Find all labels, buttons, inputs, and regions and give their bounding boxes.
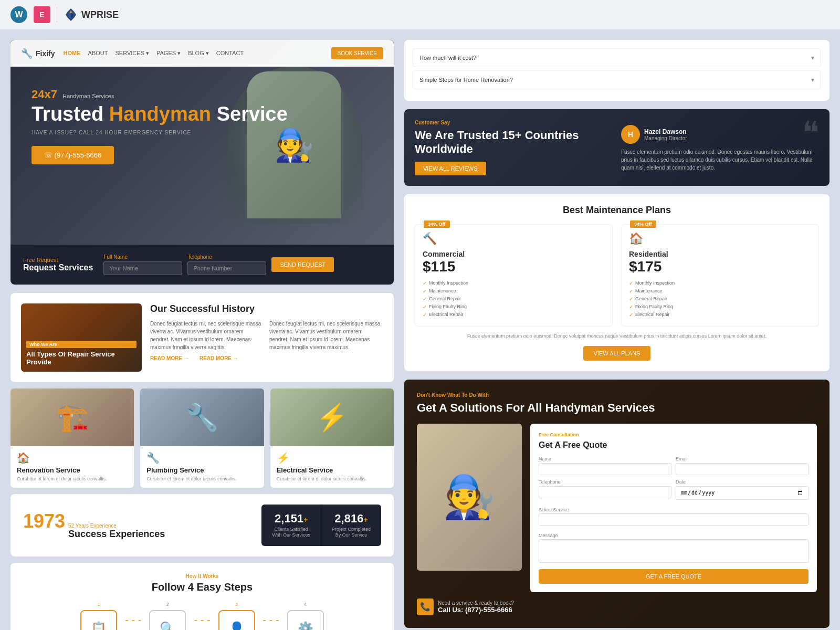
read-more-link-2[interactable]: READ MORE → — [200, 355, 238, 361]
nav-blog[interactable]: BLOG ▾ — [188, 50, 209, 57]
top-bar: W E WPRISE — [0, 0, 840, 29]
quote-form-title: Get A Free Quote — [539, 440, 808, 450]
testimonial-quote-text: Fusce elementum pretium odio euismod. Do… — [621, 148, 819, 172]
tel-input[interactable] — [187, 261, 266, 275]
view-plans-button[interactable]: VIEW ALL PLANS — [583, 346, 651, 361]
renovation-name: Renovation Service — [17, 466, 128, 474]
stats-year: 1973 52 Years Experience Success Experie… — [23, 510, 165, 540]
solutions-section: Don't Know What To Do With Get A Solutio… — [404, 380, 830, 627]
clients-num: 2,151+ — [272, 512, 310, 526]
solutions-label: Don't Know What To Do With — [417, 392, 817, 398]
author-name: Hazel Dawson — [644, 128, 687, 135]
author-avatar: H — [621, 125, 640, 144]
plans-grid: 34% Off 🔨 Commercial $115 Monthly Inspec… — [415, 224, 819, 327]
form-date-field: Date — [676, 479, 808, 500]
request-bar: Free Request Request Services Full Name … — [10, 245, 394, 285]
faq-item-2[interactable]: Simple Steps for Home Renovation? ▾ — [413, 70, 821, 89]
read-more-link-1[interactable]: READ MORE → — [150, 355, 189, 361]
service-card-electrical: ⚡ ⚡ Electrical Service Curabitur et lore… — [270, 388, 394, 488]
electrical-icon: ⚡ — [277, 452, 387, 464]
hero-24x7: 24x7 — [32, 88, 57, 101]
name-label: Full Name — [103, 254, 182, 260]
easy-steps-section: How It Works Follow 4 Easy Steps 1 📋 - -… — [10, 563, 394, 630]
hero-title-highlight: Handyman — [109, 103, 211, 125]
send-request-button[interactable]: SEND REQUEST — [271, 257, 334, 272]
quote-form-tag: Free Consultation — [539, 432, 808, 437]
cf-2: Maintenance — [423, 287, 605, 295]
who-text-1: Donec feugiat lectus mi, nec scelerisque… — [150, 320, 264, 351]
elementor-icon: E — [34, 6, 50, 23]
wprise-logo-icon — [64, 7, 78, 22]
residential-price: $175 — [629, 258, 811, 275]
nav-pages[interactable]: PAGES ▾ — [156, 50, 181, 57]
form-email-input[interactable] — [676, 463, 808, 475]
testimonial-section: Customer Say We Are Trusted 15+ Countrie… — [404, 109, 830, 186]
cf-5: Electrical Repair — [423, 311, 605, 319]
navbar: 🔧 Fixify HOME ABOUT SERVICES ▾ PAGES ▾ B… — [10, 40, 394, 67]
step-arrow-1: - - - — [125, 614, 141, 630]
rf-4: Fixing Faulty Ring — [629, 303, 811, 311]
who-text-2: Donec feugiat lectus mi, nec scelerisque… — [269, 320, 383, 351]
residential-badge: 34% Off — [630, 220, 656, 228]
cf-4: Fixing Faulty Ring — [423, 303, 605, 311]
solutions-phone-text: Need a service & ready to book? Call Us:… — [438, 600, 514, 614]
form-date-input[interactable] — [676, 486, 808, 500]
hero-emergency-text: HAVE A ISSUE? CALL 24 HOUR EMERGENCY SER… — [32, 130, 373, 135]
author-job-title: Managing Director — [644, 135, 687, 141]
residential-features: Monthly Inspection Maintenance General R… — [629, 279, 811, 319]
nav-contact[interactable]: CONTACT — [216, 50, 244, 57]
main-layout: 🧑‍🔧 🔧 Fixify HOME ABOUT SERVICES ▾ PAGES… — [0, 29, 840, 630]
commercial-name: Commercial — [423, 250, 605, 258]
form-tel-input[interactable] — [539, 486, 671, 498]
rf-5: Electrical Repair — [629, 311, 811, 319]
step4-number: 4 — [304, 602, 307, 607]
book-service-button[interactable]: BOOK SERVICE — [331, 47, 383, 59]
hero-phone-button[interactable]: ☏ (977)-555-6666 — [32, 146, 114, 164]
nav-services[interactable]: SERVICES ▾ — [115, 50, 149, 57]
stats-year-label: 52 Years Experience — [68, 523, 165, 529]
name-input[interactable] — [103, 261, 182, 275]
testimonial-title: We Are Trusted 15+ Countries Worldwide — [415, 129, 613, 156]
faq-section: How much will it cost? ▾ Simple Steps fo… — [404, 40, 830, 101]
tel-field-group: Telephone — [187, 254, 266, 275]
faq-item-1[interactable]: How much will it cost? ▾ — [413, 48, 821, 67]
wprise-logo: WPRISE — [64, 7, 119, 22]
form-name-input[interactable] — [539, 463, 671, 475]
plumbing-name: Plumbing Service — [146, 466, 257, 474]
solutions-title: Get A Solutions For All Handyman Service… — [417, 401, 817, 415]
logo-text: Fixify — [36, 49, 55, 58]
stats-box-clients: 2,151+ Clients SatisfiedWith Our Service… — [261, 505, 321, 546]
testimonial-review-button[interactable]: VIEW ALL REVIEWS — [415, 162, 486, 175]
plumbing-desc: Curabitur et lorem et dolor iaculis conv… — [146, 476, 257, 482]
nav-home[interactable]: HOME — [64, 50, 81, 57]
step3-number: 3 — [235, 602, 238, 607]
nav-about[interactable]: ABOUT — [88, 50, 108, 57]
testimonial-author: H Hazel Dawson Managing Director — [621, 125, 819, 144]
testimonial-label: Customer Say — [415, 120, 613, 125]
who-image-tag: Who We Are — [26, 341, 136, 348]
residential-icon: 🏠 — [629, 232, 811, 246]
hero-tag-sub: Handyman Services — [62, 93, 114, 99]
step-arrow-2: - - - — [194, 614, 210, 630]
form-message-input[interactable] — [539, 539, 808, 563]
form-message-label: Message — [539, 533, 558, 538]
step4-box: ⚙️ — [287, 610, 324, 630]
testimonial-content: Customer Say We Are Trusted 15+ Countrie… — [415, 120, 613, 175]
form-service-input[interactable] — [539, 513, 808, 526]
plumbing-icon: 🔧 — [146, 452, 257, 464]
service-card-plumbing: 🔧 🔧 Plumbing Service Curabitur et lorem … — [140, 388, 264, 488]
solutions-phone: 📞 Need a service & ready to book? Call U… — [417, 598, 817, 615]
quote-submit-button[interactable]: GET A FREE QUOTE — [539, 569, 808, 584]
faq-chevron-1: ▾ — [811, 54, 814, 61]
who-image-title: All Types Of Repair Service Provide — [26, 350, 136, 366]
maintenance-section: Best Maintenance Plans 34% Off 🔨 Commerc… — [404, 194, 830, 372]
steps-row: 1 📋 - - - 2 🔍 - - - 3 👤 - - - — [23, 602, 381, 630]
stats-year-info: 52 Years Experience Success Experiences — [68, 523, 165, 540]
rf-1: Monthly Inspection — [629, 279, 811, 287]
form-email-field: Email — [676, 456, 808, 475]
plan-residential: 34% Off 🏠 Residential $175 Monthly Inspe… — [621, 224, 819, 327]
faq-question-2: Simple Steps for Home Renovation? — [419, 77, 513, 83]
faq-chevron-2: ▾ — [811, 76, 814, 83]
step1-number: 1 — [98, 602, 100, 607]
step-1: 1 📋 — [78, 602, 120, 630]
